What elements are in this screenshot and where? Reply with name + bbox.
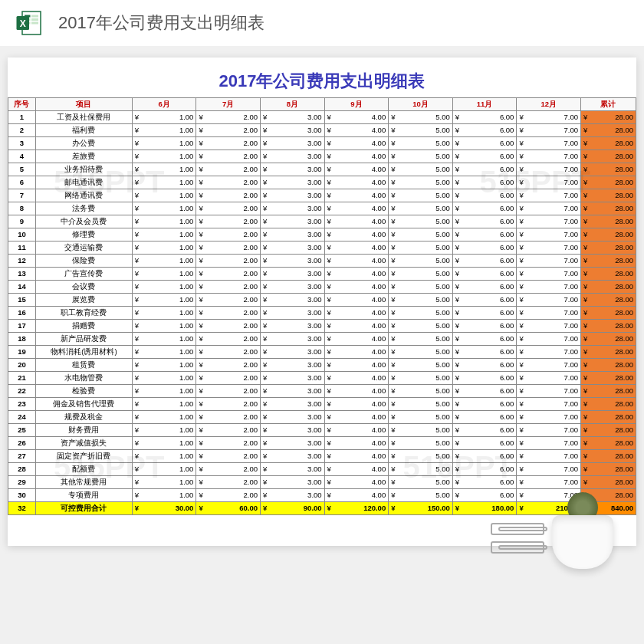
item-cell: 业务招待费	[35, 163, 132, 176]
sum-cell: ¥28.00	[580, 385, 636, 398]
money-cell: ¥4.00	[324, 202, 389, 215]
header-bar: X 2017年公司费用支出明细表	[0, 0, 644, 46]
svg-rect-2	[31, 15, 38, 18]
sum-cell: ¥28.00	[580, 424, 636, 437]
table-row: 3办公费¥1.00¥2.00¥3.00¥4.00¥5.00¥6.00¥7.00¥…	[8, 137, 636, 150]
seq-cell: 20	[8, 359, 36, 372]
seq-cell: 9	[8, 215, 36, 228]
money-cell: ¥1.00	[132, 111, 196, 124]
item-cell: 财务费用	[35, 424, 132, 437]
money-cell: ¥3.00	[261, 333, 325, 346]
money-cell: ¥4.00	[324, 411, 389, 424]
item-cell: 保险费	[35, 255, 132, 268]
money-cell: ¥2.00	[196, 202, 261, 215]
money-cell: ¥90.00	[261, 502, 325, 515]
money-cell: ¥6.00	[452, 163, 517, 176]
table-row: 2福利费¥1.00¥2.00¥3.00¥4.00¥5.00¥6.00¥7.00¥…	[8, 124, 636, 137]
money-cell: ¥2.00	[196, 281, 261, 294]
money-cell: ¥3.00	[261, 489, 325, 502]
money-cell: ¥3.00	[261, 268, 325, 281]
money-cell: ¥3.00	[261, 176, 325, 189]
money-cell: ¥3.00	[261, 398, 325, 411]
money-cell: ¥1.00	[132, 150, 196, 163]
money-cell: ¥4.00	[324, 255, 389, 268]
money-cell: ¥4.00	[324, 359, 389, 372]
svg-text:X: X	[20, 18, 26, 29]
money-cell: ¥5.00	[389, 242, 453, 255]
money-cell: ¥7.00	[517, 463, 581, 476]
table-row: 22检验费¥1.00¥2.00¥3.00¥4.00¥5.00¥6.00¥7.00…	[8, 385, 636, 398]
money-cell: ¥30.00	[132, 502, 196, 515]
money-cell: ¥3.00	[261, 255, 325, 268]
money-cell: ¥1.00	[132, 176, 196, 189]
money-cell: ¥1.00	[132, 398, 196, 411]
column-header: 9月	[324, 98, 389, 111]
item-cell: 新产品研发费	[35, 333, 132, 346]
money-cell: ¥7.00	[517, 111, 581, 124]
table-row: 28配额费¥1.00¥2.00¥3.00¥4.00¥5.00¥6.00¥7.00…	[8, 463, 636, 476]
money-cell: ¥2.00	[196, 228, 261, 242]
table-row: 16职工教育经费¥1.00¥2.00¥3.00¥4.00¥5.00¥6.00¥7…	[8, 307, 636, 320]
table-row: 5业务招待费¥1.00¥2.00¥3.00¥4.00¥5.00¥6.00¥7.0…	[8, 163, 636, 176]
item-cell: 捐赠费	[35, 320, 132, 333]
money-cell: ¥5.00	[389, 150, 453, 163]
column-header: 累计	[580, 98, 636, 111]
sum-cell: ¥28.00	[580, 202, 636, 215]
seq-cell: 32	[8, 502, 36, 515]
money-cell: ¥4.00	[324, 215, 389, 228]
money-cell: ¥5.00	[389, 463, 453, 476]
money-cell: ¥3.00	[261, 242, 325, 255]
money-cell: ¥4.00	[324, 281, 389, 294]
seq-cell: 27	[8, 450, 36, 463]
money-cell: ¥1.00	[132, 372, 196, 385]
money-cell: ¥3.00	[261, 385, 325, 398]
money-cell: ¥6.00	[452, 346, 517, 359]
money-cell: ¥4.00	[324, 150, 389, 163]
money-cell: ¥6.00	[452, 228, 517, 242]
money-cell: ¥7.00	[517, 437, 581, 450]
money-cell: ¥4.00	[324, 228, 389, 242]
money-cell: ¥1.00	[132, 215, 196, 228]
item-cell: 水电物管费	[35, 372, 132, 385]
money-cell: ¥6.00	[452, 463, 517, 476]
money-cell: ¥7.00	[517, 268, 581, 281]
item-cell: 规费及税金	[35, 411, 132, 424]
money-cell: ¥3.00	[261, 437, 325, 450]
item-cell: 配额费	[35, 463, 132, 476]
sum-cell: ¥28.00	[580, 137, 636, 150]
money-cell: ¥4.00	[324, 398, 389, 411]
money-cell: ¥4.00	[324, 137, 389, 150]
item-cell: 其他常规费用	[35, 476, 132, 489]
table-row: 25财务费用¥1.00¥2.00¥3.00¥4.00¥5.00¥6.00¥7.0…	[8, 424, 636, 437]
money-cell: ¥5.00	[389, 202, 453, 215]
money-cell: ¥6.00	[452, 307, 517, 320]
seq-cell: 3	[8, 137, 36, 150]
money-cell: ¥7.00	[517, 163, 581, 176]
money-cell: ¥7.00	[517, 398, 581, 411]
money-cell: ¥7.00	[517, 281, 581, 294]
money-cell: ¥2.00	[196, 359, 261, 372]
money-cell: ¥1.00	[132, 189, 196, 202]
money-cell: ¥7.00	[517, 137, 581, 150]
seq-cell: 26	[8, 437, 36, 450]
money-cell: ¥5.00	[389, 294, 453, 307]
money-cell: ¥1.00	[132, 346, 196, 359]
seq-cell: 29	[8, 476, 36, 489]
money-cell: ¥6.00	[452, 333, 517, 346]
money-cell: ¥2.00	[196, 463, 261, 476]
seq-cell: 14	[8, 281, 36, 294]
money-cell: ¥2.00	[196, 150, 261, 163]
seq-cell: 10	[8, 228, 36, 242]
money-cell: ¥2.00	[196, 385, 261, 398]
svg-rect-4	[31, 18, 38, 21]
money-cell: ¥2.00	[196, 476, 261, 489]
money-cell: ¥5.00	[389, 111, 453, 124]
money-cell: ¥2.00	[196, 163, 261, 176]
money-cell: ¥3.00	[261, 359, 325, 372]
money-cell: ¥1.00	[132, 411, 196, 424]
money-cell: ¥4.00	[324, 320, 389, 333]
sum-cell: ¥28.00	[580, 307, 636, 320]
sum-cell: ¥28.00	[580, 255, 636, 268]
money-cell: ¥2.00	[196, 411, 261, 424]
money-cell: ¥7.00	[517, 333, 581, 346]
